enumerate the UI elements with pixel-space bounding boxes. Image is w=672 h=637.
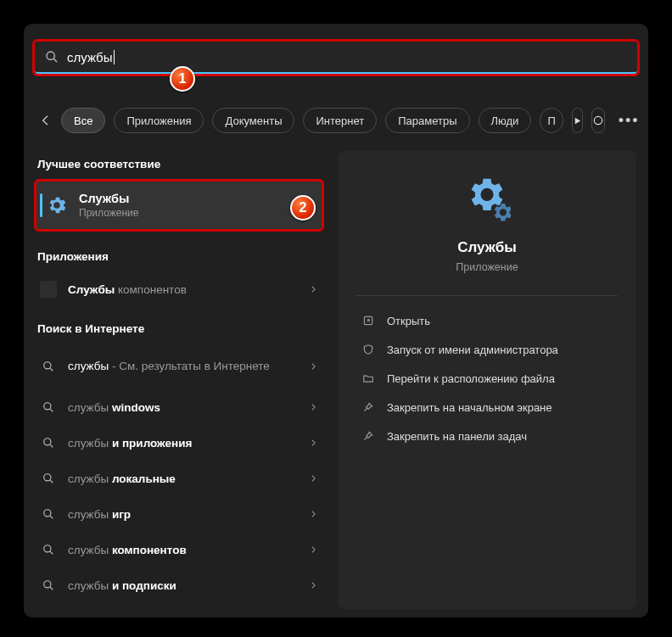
chevron-right-icon <box>309 471 317 486</box>
action-open[interactable]: Открыть <box>360 306 614 335</box>
svg-marker-2 <box>574 117 580 123</box>
search-icon <box>45 50 59 64</box>
best-match-item[interactable]: Службы Приложение <box>34 179 324 232</box>
search-bar-highlight: службы <box>32 39 640 76</box>
web-result-label: службы игр <box>68 508 299 521</box>
preview-title: Службы <box>360 239 614 256</box>
tab-documents[interactable]: Документы <box>212 108 294 133</box>
web-result-row[interactable]: службы игр <box>34 496 324 532</box>
chevron-right-icon <box>309 400 317 415</box>
action-label: Закрепить на начальном экране <box>387 401 552 414</box>
tab-circle-icon[interactable] <box>591 108 605 133</box>
svg-point-16 <box>44 581 51 588</box>
svg-line-5 <box>50 368 53 371</box>
action-label: Открыть <box>387 315 430 327</box>
annotation-badge-1: 1 <box>170 66 195 92</box>
section-best-match: Лучшее соответствие <box>34 151 324 179</box>
back-button[interactable] <box>39 109 53 132</box>
svg-point-4 <box>44 362 51 369</box>
section-apps: Приложения <box>34 243 324 271</box>
preview-app-icon <box>360 175 614 222</box>
open-icon <box>361 315 375 327</box>
search-icon <box>39 472 58 484</box>
chevron-right-icon <box>309 578 317 593</box>
svg-point-8 <box>44 439 51 445</box>
chevron-right-icon <box>309 435 317 450</box>
svg-line-11 <box>50 480 53 483</box>
app-result-row[interactable]: Службы компонентов <box>34 271 324 307</box>
gear-icon <box>45 193 69 217</box>
search-icon <box>39 544 58 556</box>
results-column: Лучшее соответствие Службы Приложение Пр… <box>34 151 324 617</box>
action-open-location[interactable]: Перейти к расположению файла <box>360 364 614 393</box>
search-icon <box>39 579 58 591</box>
web-result-row[interactable]: службы windows <box>34 389 324 425</box>
web-result-row[interactable]: службы компонентов <box>34 532 324 567</box>
pin-icon <box>361 430 375 442</box>
svg-line-17 <box>50 587 53 590</box>
tab-all[interactable]: Все <box>61 108 105 133</box>
tab-people[interactable]: Люди <box>479 108 532 133</box>
shield-icon <box>361 344 375 355</box>
web-result-row[interactable]: службы и подписки <box>34 567 324 603</box>
search-input[interactable]: службы <box>35 42 637 74</box>
action-label: Запуск от имени администратора <box>387 344 558 356</box>
chevron-right-icon <box>309 359 317 374</box>
action-run-as-admin[interactable]: Запуск от имени администратора <box>360 335 614 364</box>
svg-point-0 <box>47 52 54 59</box>
svg-line-1 <box>53 59 57 62</box>
best-match-title: Службы <box>79 192 138 205</box>
app-icon <box>40 281 57 298</box>
svg-point-3 <box>594 116 602 124</box>
action-label: Перейти к расположению файла <box>387 372 555 385</box>
tabs-overflow-button[interactable]: ••• <box>613 112 645 130</box>
filter-tabs: Все Приложения Документы Интернет Параме… <box>39 105 633 136</box>
folder-icon <box>361 372 375 384</box>
web-result-label: службы windows <box>68 401 299 414</box>
search-panel: службы Все Приложения Документы Интернет… <box>24 24 648 617</box>
svg-point-14 <box>44 545 51 552</box>
preview-pane: Службы Приложение Открыть Запуск от имен… <box>338 151 636 609</box>
web-result-label: службы и приложения <box>68 437 299 450</box>
action-pin-start[interactable]: Закрепить на начальном экране <box>360 393 614 422</box>
chevron-right-icon <box>309 506 317 522</box>
preview-subtitle: Приложение <box>360 261 614 273</box>
web-result-label: службы - См. результаты в Интернете <box>68 359 299 374</box>
search-icon <box>39 401 58 413</box>
search-icon <box>39 360 58 372</box>
tab-settings[interactable]: Параметры <box>385 108 469 133</box>
search-query-text: службы <box>67 50 115 64</box>
chevron-right-icon <box>309 282 317 297</box>
web-result-row[interactable]: службы локальные <box>34 461 324 496</box>
action-label: Закрепить на панели задач <box>387 430 527 443</box>
section-web: Поиск в Интернете <box>34 316 324 344</box>
web-result-label: службы компонентов <box>68 544 299 556</box>
tab-truncated[interactable]: П <box>540 108 563 133</box>
section-settings: Параметры (4) <box>34 612 324 617</box>
tab-internet[interactable]: Интернет <box>303 108 377 133</box>
web-result-label: службы локальные <box>68 472 299 485</box>
tab-apps[interactable]: Приложения <box>114 108 204 133</box>
svg-line-15 <box>50 551 53 554</box>
svg-point-6 <box>44 403 51 410</box>
divider <box>356 295 618 296</box>
best-match-subtitle: Приложение <box>79 207 138 219</box>
svg-line-7 <box>50 409 53 411</box>
svg-point-12 <box>44 510 51 517</box>
search-icon <box>39 437 58 449</box>
web-result-row[interactable]: службы - См. результаты в Интернете <box>34 344 324 389</box>
svg-line-9 <box>50 444 53 447</box>
action-pin-taskbar[interactable]: Закрепить на панели задач <box>360 422 614 450</box>
web-result-label: службы и подписки <box>68 579 299 592</box>
svg-point-10 <box>44 474 51 481</box>
svg-line-13 <box>50 516 53 518</box>
app-result-label: Службы компонентов <box>68 283 299 296</box>
tab-play-icon[interactable] <box>572 108 583 133</box>
annotation-badge-2: 2 <box>290 195 316 221</box>
web-result-row[interactable]: службы и приложения <box>34 425 324 461</box>
pin-icon <box>361 401 375 413</box>
search-icon <box>39 508 58 520</box>
chevron-right-icon <box>309 542 317 557</box>
